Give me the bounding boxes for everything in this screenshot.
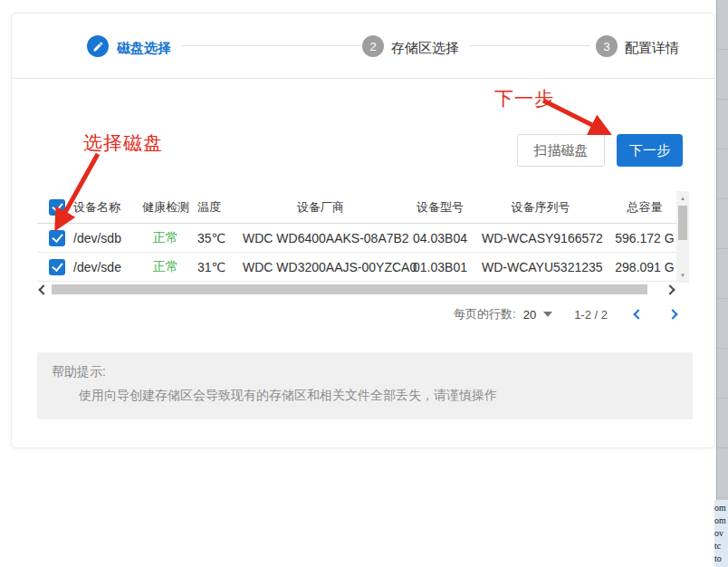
header-temperature: 温度 (197, 199, 243, 216)
step-3-number: 3 (603, 40, 609, 53)
horizontal-scrollbar[interactable] (37, 283, 676, 296)
capacity: 298.091 G (599, 260, 676, 274)
chevron-left-icon (38, 284, 48, 294)
help-title: 帮助提示: (52, 364, 106, 380)
select-all-checkbox[interactable] (49, 199, 65, 216)
table-row: /dev/sdb 正常 35℃ WDC WD6400AAKS-08A7B2 04… (37, 224, 676, 253)
device-name: /dev/sdb (73, 231, 134, 245)
scroll-left-button[interactable] (37, 283, 50, 296)
annotation-select-disk: 选择磁盘 (83, 130, 163, 156)
scan-disk-button[interactable]: 扫描磁盘 (517, 134, 605, 167)
help-box: 帮助提示: 使用向导创建存储区会导致现有的存储区和相关文件全部丢失，请谨慎操作 (37, 352, 693, 419)
step-1-label: 磁盘选择 (117, 40, 171, 57)
header-device-name: 设备名称 (73, 199, 134, 216)
fragment-line: to (714, 553, 728, 565)
table-row: /dev/sde 正常 31℃ WDC WD3200AAJS-00YZCA0 0… (37, 253, 676, 282)
header-vendor: 设备厂商 (243, 199, 398, 216)
step-2-number: 2 (369, 40, 376, 53)
step-2-label: 存储区选择 (391, 40, 459, 57)
chevron-right-icon (667, 309, 677, 319)
caret-down-icon[interactable] (543, 312, 552, 317)
model: 04.03B04 (398, 231, 482, 245)
serial: WD-WCAYU5321235 (482, 260, 599, 274)
scroll-down-icon[interactable]: ▼ (676, 270, 689, 281)
wizard-card: 磁盘选择 2 存储区选择 3 配置详情 扫描磁盘 下一步 设备名称 健康检测 温… (11, 13, 715, 448)
fragment-line: tc (714, 540, 728, 553)
step-3-circle: 3 (596, 35, 618, 57)
disk-table: 设备名称 健康检测 温度 设备厂商 设备型号 设备序列号 总容量 /dev/sd… (37, 191, 676, 282)
step-2-circle: 2 (362, 35, 384, 57)
background-text-fragment: om om ov tc to (714, 500, 728, 567)
pagination-range: 1-2 / 2 (574, 308, 608, 322)
header-capacity: 总容量 (599, 199, 676, 216)
table-header-row: 设备名称 健康检测 温度 设备厂商 设备型号 设备序列号 总容量 (37, 191, 676, 224)
temperature: 35℃ (197, 231, 243, 245)
horizontal-scrollbar-thumb[interactable] (52, 284, 647, 294)
pagination: 每页的行数: 20 1-2 / 2 (37, 303, 676, 325)
capacity: 596.172 G (599, 231, 676, 245)
scroll-right-button[interactable] (664, 283, 676, 296)
vendor: WDC WD3200AAJS-00YZCA0 (243, 260, 398, 274)
horizontal-scrollbar-track[interactable] (50, 284, 664, 295)
chevron-left-icon (633, 309, 643, 319)
prev-page-button[interactable] (635, 311, 642, 318)
model: 01.03B01 (398, 260, 482, 274)
background-window-strip (716, 0, 728, 567)
step-connector (470, 45, 590, 46)
health-status: 正常 (134, 230, 197, 246)
temperature: 31℃ (197, 260, 243, 274)
step-connector (182, 45, 361, 46)
serial: WD-WCASY9166572 (482, 231, 599, 245)
chevron-right-icon (665, 284, 675, 294)
pencil-icon (92, 41, 104, 53)
device-name: /dev/sde (73, 260, 134, 274)
header-serial: 设备序列号 (482, 199, 599, 216)
row-checkbox[interactable] (49, 259, 65, 275)
next-step-button[interactable]: 下一步 (617, 134, 683, 167)
step-1-circle (87, 35, 109, 57)
row-checkbox[interactable] (49, 230, 65, 246)
fragment-line: om (714, 514, 728, 527)
step-3-label: 配置详情 (625, 40, 679, 57)
fragment-line: om (714, 502, 728, 514)
rows-per-page-value[interactable]: 20 (523, 308, 536, 322)
help-body: 使用向导创建存储区会导致现有的存储区和相关文件全部丢失，请谨慎操作 (79, 388, 497, 404)
vertical-scrollbar[interactable]: ▲ ▼ (676, 191, 689, 283)
wizard-stepper: 磁盘选择 2 存储区选择 3 配置详情 (12, 14, 714, 79)
fragment-line: ov (714, 527, 728, 540)
vertical-scrollbar-thumb[interactable] (678, 206, 687, 240)
header-model: 设备型号 (398, 199, 482, 216)
health-status: 正常 (134, 259, 197, 275)
rows-per-page-label: 每页的行数: (454, 306, 516, 322)
next-page-button[interactable] (669, 311, 676, 318)
vendor: WDC WD6400AAKS-08A7B2 (243, 231, 398, 245)
annotation-next-step: 下一步 (494, 86, 554, 111)
header-health: 健康检测 (134, 199, 197, 216)
scroll-up-icon[interactable]: ▲ (676, 193, 689, 204)
